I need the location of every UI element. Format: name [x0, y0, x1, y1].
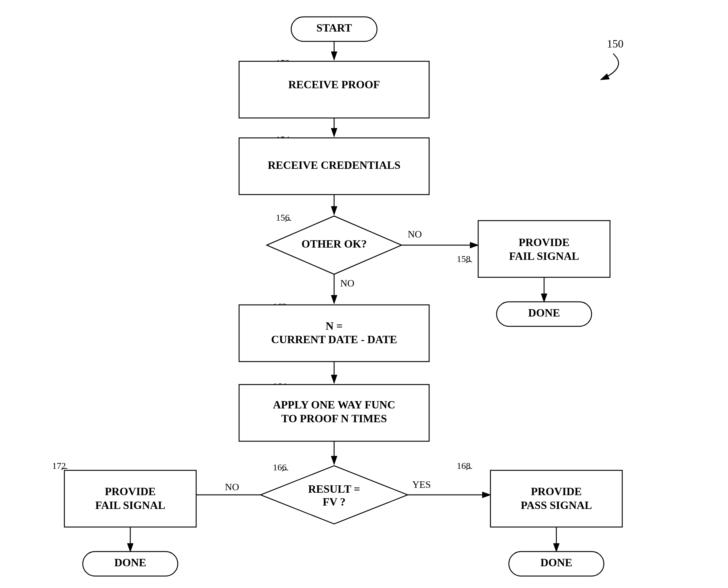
provide-fail-1-node [478, 220, 610, 277]
done-3-label: DONE [540, 556, 572, 569]
n-current-line1: N = [326, 320, 343, 332]
apply-func-line2: TO PROOF N TIMES [282, 413, 387, 425]
no-label-2: NO [340, 278, 354, 289]
result-fv-line1: RESULT = [308, 483, 360, 495]
ref-168: 168 [457, 461, 471, 471]
no-label-3: NO [225, 481, 239, 492]
provide-fail-2-node [64, 470, 196, 527]
receive-creds-label: RECEIVE CREDENTIALS [268, 159, 400, 171]
ref-150-label: 150 [607, 38, 623, 50]
provide-fail-2-line1: PROVIDE [105, 485, 156, 498]
ref-158: 158 [457, 254, 471, 264]
start-label: START [316, 22, 352, 34]
yes-label: YES [412, 479, 431, 490]
provide-pass-line1: PROVIDE [531, 485, 582, 498]
n-current-line2: CURRENT DATE - DATE [271, 333, 397, 345]
provide-fail-1-line2: FAIL SIGNAL [509, 250, 579, 262]
provide-fail-1-line1: PROVIDE [519, 236, 569, 249]
ref-172: 172 [52, 461, 66, 471]
ref-166: 166 [273, 462, 287, 472]
receive-proof-label: RECEIVE PROOF [288, 79, 380, 91]
provide-pass-line2: PASS SIGNAL [521, 499, 592, 511]
result-fv-line2: FV ? [323, 496, 346, 508]
provide-fail-2-line2: FAIL SIGNAL [95, 499, 165, 511]
other-ok-label: OTHER OK? [301, 238, 367, 250]
no-label-1: NO [408, 229, 422, 239]
provide-pass-node [491, 470, 622, 527]
flowchart-diagram: 150 START 152 RECEIVE PROOF 154 RECEIVE … [0, 0, 728, 588]
ref-156: 156 [276, 212, 290, 223]
done-2-label: DONE [115, 556, 146, 569]
done-1-label: DONE [528, 307, 560, 319]
apply-func-line1: APPLY ONE WAY FUNC [273, 399, 395, 411]
